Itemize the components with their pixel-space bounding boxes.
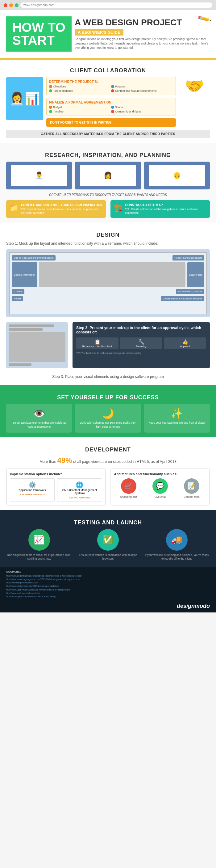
wf-label-footer: Footer	[12, 296, 23, 301]
research-card-inspiration-text: COMPILE AND ORGANIZE YOUR DESIGN INSPIRA…	[21, 203, 103, 215]
sources-section: SOURCES: http://www.elegantthemes.com/bl…	[0, 567, 216, 601]
wf-spacer-2	[26, 289, 174, 294]
success-cards: 👁️ Select typeface elements that are leg…	[6, 404, 210, 432]
persona-screen-1: 👨‍💼	[6, 162, 72, 189]
persona-screens: 👨‍💼 👩 👴	[6, 162, 210, 189]
dev-feature-cart: 🛒 Shopping cart	[114, 478, 143, 498]
wf-label-headers: Headers and subheaders	[173, 255, 204, 260]
screen-inner-2: 👩	[80, 165, 136, 186]
sitemap-icon: 🏗️	[114, 203, 123, 212]
client-collab-title: CLIENT COLLABORATION	[6, 63, 210, 77]
sources-links: http://www.elegantthemes.com/blog/tips-t…	[6, 574, 210, 598]
dev-stat-suffix: of all page views are on sites coded in …	[73, 460, 177, 464]
step3-text: Step 3: Place your visual elements using…	[6, 373, 210, 380]
success-card3-text: Keep your interface intuitive and free o…	[148, 421, 206, 425]
header-title: A WEB DESIGN PROJECT	[75, 18, 210, 28]
header-start: START	[12, 34, 65, 47]
feature2-label: Live chat	[146, 495, 175, 498]
header-desc: Congratulations on landing your first we…	[75, 37, 210, 50]
source-link-2[interactable]: http://www.smashingmagazine.com/2011/06/…	[6, 578, 210, 581]
wf-label-logos: Use of logos and other brand assets	[12, 255, 56, 260]
sources-title: SOURCES:	[6, 570, 210, 573]
development-section: DEVELOPMENT More than 49% of all page vi…	[0, 437, 216, 510]
dev-feature-items: 🛒 Shopping cart 💬 Live chat 📝 Contact fo…	[114, 478, 207, 498]
source-link-7[interactable]: http://en.wikipedia.org/wiki/Responsive_…	[6, 595, 210, 598]
diagnostic-icon: 📈	[28, 529, 50, 551]
design-step1-text: Step 1: Mock up the layout and intended …	[6, 241, 210, 246]
dot-scope	[111, 106, 114, 109]
persona-label: CREATE USER PERSONAS TO DISCOVER TARGET …	[6, 193, 210, 196]
dev-features-box: Add features and functionality such as: …	[110, 468, 210, 505]
card1-title: COMPILE AND ORGANIZE YOUR DESIGN INSPIRA…	[21, 203, 103, 207]
card2-tip: TIP: Create a flowchart of the navigatio…	[125, 208, 207, 215]
step2-container: Step 2: Present your mock-up to the clie…	[6, 322, 210, 368]
testing-card1-text: Run diagnostic tests to check for bugs, …	[6, 553, 72, 561]
browser-close-btn[interactable]	[4, 3, 7, 7]
box2-title: FINALIZE A FORMAL AGREEMENT ON:	[49, 100, 173, 104]
collab-item-timeline: Timeline	[49, 110, 110, 113]
screen-inner-1: 👨‍💼	[11, 165, 67, 186]
step2-info: Step 2: Present your mock-up to the clie…	[73, 322, 210, 368]
eye-icon: 👁️	[10, 408, 68, 419]
dev-feature-form: 📝 Contact form	[177, 478, 206, 498]
dev-impl-items: ⚙️ Application framework e.g. RUBY ON RA…	[10, 478, 102, 502]
brand-name: designmodo	[177, 603, 210, 609]
testing-title: TESTING AND LAUNCH	[6, 515, 210, 529]
browser-maximize-btn[interactable]	[15, 3, 19, 7]
source-link-6[interactable]: http://www.freelancewitch.com/web	[6, 591, 210, 595]
header-section: HOW TO START A WEB DESIGN PROJECT A BEGI…	[0, 10, 216, 59]
launch-icon: 🚚	[166, 529, 188, 551]
collab-box-2: FINALIZE A FORMAL AGREEMENT ON: Budget S…	[46, 98, 176, 116]
wf-spacer-1	[58, 255, 171, 260]
step2-review-label: Review and client feedback	[78, 345, 117, 348]
dev-impl-box: Implementation options include: ⚙️ Appli…	[6, 468, 106, 505]
sparkle-icon: ✨	[148, 408, 206, 419]
testing-card-browsers: ✅ Ensure your website is compatible with…	[75, 529, 141, 561]
source-link-4[interactable]: http://www.designmodo.com/2013/ux-design…	[6, 584, 210, 588]
browser-minimize-btn[interactable]	[9, 3, 13, 7]
step2-line-1	[9, 324, 54, 327]
form-icon: 📝	[184, 478, 199, 494]
step2-line-3	[9, 363, 32, 366]
step2-step-approval: 👍 Approval	[164, 337, 206, 349]
dev-stat-text: More than	[39, 460, 56, 464]
wf-spacer-3	[25, 296, 159, 301]
source-link-3[interactable]: http://webdesignfromscratch.com	[6, 581, 210, 584]
url-bar[interactable]: www.designmodo.com	[21, 2, 212, 8]
success-section: SET YOURSELF UP FOR SUCCESS 👁️ Select ty…	[0, 385, 216, 437]
dot-target	[49, 89, 52, 92]
dev-feature-chat: 💬 Live chat	[146, 478, 175, 498]
collab-item-scope: Scope	[111, 106, 172, 109]
testing-section: TESTING AND LAUNCH 📈 Run diagnostic test…	[0, 510, 216, 567]
box2-items: Budget Scope Timeline Ownership and righ…	[49, 106, 173, 113]
step2-tip: TIP: The best time to make major changes…	[76, 352, 206, 354]
collab-item-objectives: Objectives	[49, 85, 110, 88]
screen-inner-3: 👴	[149, 165, 205, 186]
persona-screen-2: 👩	[75, 162, 141, 189]
collab-item-purpose: Purpose	[111, 85, 172, 88]
collab-item-ownership: Ownership and rights	[111, 110, 172, 113]
wf-row-4: Footer Global and local navigation syste…	[12, 296, 204, 301]
collab-box-1: DETERMINE THE PROJECT'S: Objectives Purp…	[46, 77, 176, 95]
wf-row-1: Use of logos and other brand assets Head…	[12, 255, 204, 260]
dev-title: DEVELOPMENT	[6, 442, 210, 456]
header-right: A WEB DESIGN PROJECT A BEGINNER'S GUIDE …	[75, 18, 210, 50]
dot-budget	[49, 106, 52, 109]
moon-icon: 🌙	[79, 408, 137, 419]
impl-item2-eg: e.g. WORDPRESS	[60, 496, 99, 499]
source-link-5[interactable]: http://www.usability.gov/what-and-why/in…	[6, 588, 210, 591]
dot-content	[111, 89, 114, 92]
card2-title: CONSTRUCT A SITE MAP	[125, 203, 207, 207]
dev-impl-title: Implementation options include:	[10, 472, 102, 476]
wf-row-3: Content Social sharing buttons	[12, 289, 204, 294]
gather-text: GATHER ALL NECESSARY MATERIALS FROM THE …	[6, 130, 210, 138]
research-section: RESEARCH, INSPIRATION, AND PLANNING 👨‍💼 …	[0, 143, 216, 222]
testing-card3-text: If your website is running and polished,…	[144, 553, 210, 561]
collab-item-target: Target audience	[49, 89, 110, 92]
wireframe-container: Use of logos and other brand assets Head…	[6, 249, 210, 317]
source-link-1[interactable]: http://www.elegantthemes.com/blog/tips-t…	[6, 574, 210, 578]
persona-screen-3: 👴	[144, 162, 210, 189]
header-how-to: HOW TO	[12, 21, 65, 34]
wf-label-contact: Contact information	[12, 262, 37, 287]
step2-steps: 📋 Review and client feedback 🔧 Tweaking …	[76, 337, 206, 349]
